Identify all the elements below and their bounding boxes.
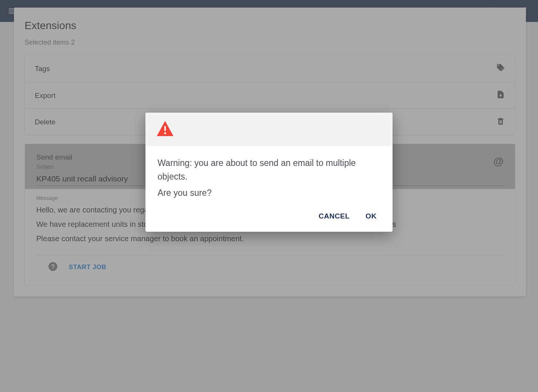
modal-warning-line2: Are you sure? xyxy=(158,186,380,200)
modal-body: Warning: you are about to send an email … xyxy=(145,146,393,203)
confirm-modal: Warning: you are about to send an email … xyxy=(145,113,393,232)
modal-actions: CANCEL OK xyxy=(145,203,393,232)
svg-point-12 xyxy=(164,132,166,134)
modal-header xyxy=(145,113,393,146)
ok-button[interactable]: OK xyxy=(366,212,377,220)
cancel-button[interactable]: CANCEL xyxy=(318,212,349,220)
warning-icon xyxy=(156,132,174,138)
modal-warning-line1: Warning: you are about to send an email … xyxy=(158,156,380,183)
svg-rect-11 xyxy=(164,126,166,131)
